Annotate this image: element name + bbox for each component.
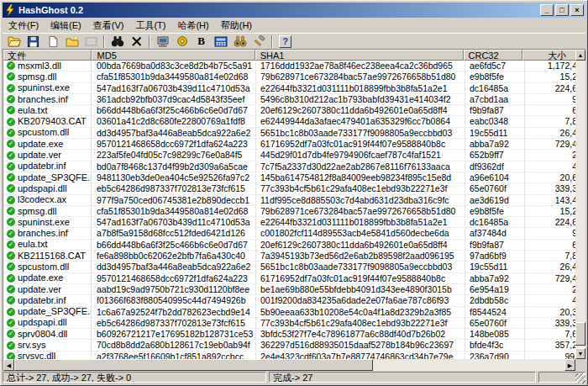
table-row[interactable]: ✓ spmsg.dll cfa51f85301b9da3449580a814e0…	[3, 71, 585, 82]
size-value: 2	[525, 284, 578, 295]
size-value: 7,8	[525, 251, 578, 262]
table-row[interactable]: ✓ branches.inf a7b8f5a9158d68fcc512fded6…	[3, 228, 585, 239]
file-name: updspapi.dll	[18, 318, 67, 329]
size-value: 9	[525, 94, 578, 105]
size-value: 4	[525, 295, 578, 306]
size-value: 15,2	[525, 206, 578, 217]
table-row[interactable]: ✓ updspapi.dll eb5c64286d987337f702813e7…	[3, 318, 585, 329]
table-row[interactable]: ✓ update.exe 9570121468658dcc6972f1dfa62…	[3, 139, 585, 150]
table-header: 文件 MD5 SHA1 CRC32 大小	[3, 50, 585, 61]
table-row[interactable]: ✓ KB2115168.CAT fe6a898bb0c62062e2bfb7fa…	[3, 251, 585, 262]
table-row[interactable]: ✓ branches.inf 361adcb92bfb037d9cac4d584…	[3, 94, 585, 105]
sha1-value: 2e4e4323cdf603a7b7e88774746863cd34b7e79e	[256, 352, 465, 359]
menu-tools[interactable]: 工具(T)	[129, 18, 171, 34]
md5-value: eb5c64286d987337f702813e73fcf615	[92, 183, 256, 194]
table-row[interactable]: ✓ spcustom.dll dd3d4957baf3a446a8eab5dca…	[3, 262, 585, 272]
help-button[interactable]: ?	[276, 34, 295, 49]
vertical-scroll-thumb[interactable]	[575, 322, 585, 346]
hash-panel-button[interactable]	[211, 34, 230, 49]
table-row[interactable]: ✓ sprv0804.dll b60926721217e17695182b128…	[3, 329, 585, 340]
table-row[interactable]: ✓ update.exe 9570121468658dcc6972f1dfa62…	[3, 273, 585, 284]
crc32-value: f9b9fa87	[465, 105, 525, 116]
table-row[interactable]: ✓ updspapi.dll eb5c64286d987337f702813e7…	[3, 183, 585, 194]
menubar: 文件(F) 编辑(E) 查看(V) 工具(T) 哈希(H) 帮助(H)	[3, 18, 585, 33]
table-row[interactable]: ✓ msxml3.dll 00bda7669ba0d83c3ce8d2b4b75…	[3, 61, 585, 71]
computer-button[interactable]	[153, 34, 172, 49]
file-name: updatebr.inf	[18, 295, 66, 306]
column-header-sha1[interactable]: SHA1	[255, 50, 464, 61]
sha1-value: 7c7f5a2337d30d22ae2ab2867e8116f76133aaca	[256, 161, 465, 172]
sha1-value: c001802fcf114d89553acb4e5841d560decbe6da	[256, 228, 465, 239]
sha1-value: 362297d516d88935015daaf5278b184b96c23697	[256, 340, 465, 351]
menu-view[interactable]: 查看(V)	[87, 18, 130, 34]
menu-help[interactable]: 帮助(H)	[215, 18, 258, 34]
find-button[interactable]	[108, 34, 127, 49]
disc-button[interactable]	[172, 34, 192, 49]
save-button[interactable]	[24, 34, 43, 49]
statusbar: 总计-> 27, 成功-> 27, 失败-> 0 完成-> 27	[3, 371, 585, 383]
table-row[interactable]: ✓ spmsg.dll cfa51f85301b9da3449580a814e0…	[3, 206, 585, 217]
scroll-up-button[interactable]: ▲	[575, 50, 585, 61]
sha1-value: 5651bc1c8b03aade733177f9098805a9eccbbd03	[256, 262, 465, 272]
column-header-md5[interactable]: MD5	[92, 50, 255, 61]
tools-button[interactable]	[249, 34, 269, 49]
scroll-right-button[interactable]: ▶	[564, 359, 575, 371]
file-name: spmsg.dll	[18, 71, 56, 82]
sha1-value: e62449944da3afaec479401a635329f6cc7b0864	[256, 116, 465, 127]
window-title: HashGhost 0.2	[18, 5, 538, 15]
crc32-value: 148be085	[465, 329, 525, 340]
horizontal-scroll-thumb[interactable]	[14, 359, 373, 371]
table-row[interactable]: ✓ srv.sys 70cd8b8dd2a680b128617c19eb0ab9…	[3, 340, 585, 351]
new-file-button[interactable]	[43, 34, 62, 49]
table-row[interactable]: ✓ KB2079403.CAT 03601a41c2d8c680fe228007…	[3, 116, 585, 127]
minimize-button[interactable]: _	[540, 4, 554, 16]
column-header-crc32[interactable]: CRC32	[464, 50, 523, 61]
compare-button[interactable]	[230, 34, 249, 49]
status-ok-icon: ✓	[7, 218, 15, 226]
table-row[interactable]: ✓ updatebr.inf f01366f683f880540995c44d7…	[3, 295, 585, 306]
menu-edit[interactable]: 编辑(E)	[45, 18, 87, 34]
table-row[interactable]: ✓ srvsvc.dll a2f3768ee5f16609b1cf851a892…	[3, 352, 585, 359]
status-ok-icon: ✓	[7, 251, 15, 260]
table-row[interactable]: ✓ update_SP3QFE.inf 9481130eb3de0ea404c5…	[3, 172, 585, 183]
table-row[interactable]: ✓ eula.txt b66dd448b6a6f3f25c466b6c6e0d7…	[3, 240, 585, 251]
table-row[interactable]: ✓ update.ver aabd19c9ad9750b721c930d1120…	[3, 284, 585, 295]
table-row[interactable]: ✓ spcustom.dll dd3d4957baf3a446a8eab5dca…	[3, 128, 585, 139]
new-folder-button[interactable]	[62, 34, 81, 49]
vertical-scrollbar[interactable]: ▲ ▼	[575, 50, 585, 359]
size-value: 224,6	[525, 217, 578, 228]
table-row[interactable]: ✓ update.ver 223af5fe04fd05c7c98299c76e0…	[3, 150, 585, 161]
file-name: update.exe	[18, 139, 63, 150]
crc32-value: df9362df	[465, 161, 525, 172]
status-ok-icon: ✓	[7, 162, 15, 171]
scroll-down-button[interactable]: ▼	[575, 348, 585, 359]
hashghost-window: HashGhost 0.2 _ □ × 文件(F) 编辑(E) 查看(V) 工具…	[0, 0, 588, 386]
resize-grip[interactable]	[575, 373, 585, 383]
bold-b-button[interactable]: B	[192, 34, 211, 49]
table-row[interactable]: ✓ spuninst.exe 547ad163f7a06703b439d11c4…	[3, 83, 585, 94]
open-file-button[interactable]	[4, 34, 24, 49]
md5-value: b60926721217e17695182b128731ce53	[92, 329, 256, 340]
menu-file[interactable]: 文件(F)	[3, 18, 45, 34]
toolbar: B	[3, 33, 585, 49]
report-icon	[85, 36, 97, 47]
table-row[interactable]: ✓ update_SP3QFE.inf 1c6a67a92524f7b2dd78…	[3, 307, 585, 318]
scroll-left-button[interactable]: ◀	[3, 359, 14, 371]
column-header-file[interactable]: 文件	[3, 50, 92, 61]
table-row[interactable]: ✓ l3codecx.ax 977f9a750ced06745381e2b890…	[3, 195, 585, 206]
table-row[interactable]: ✓ updatebr.inf bd0a7f8468c137d4f99b2d309…	[3, 161, 585, 172]
menu-hash[interactable]: 哈希(H)	[171, 18, 214, 34]
close-button[interactable]: ×	[570, 4, 584, 16]
crc32-value: dc16485a	[465, 217, 525, 228]
delete-button[interactable]	[127, 34, 146, 49]
horizontal-scrollbar[interactable]: ◀ ▶	[3, 359, 575, 371]
maximize-button[interactable]: □	[555, 4, 569, 16]
status-totals: 总计-> 27, 成功-> 27, 失败-> 0	[3, 372, 266, 383]
table-row[interactable]: ✓ spuninst.exe 547ad163f7a06703b439d11c4…	[3, 217, 585, 228]
size-value: 7,6	[525, 329, 578, 340]
titlebar[interactable]: HashGhost 0.2 _ □ ×	[3, 3, 585, 18]
toolbar-separator	[271, 35, 273, 48]
file-name: update_SP3QFE.inf	[18, 307, 92, 318]
table-row[interactable]: ✓ eula.txt b66dd448b6a6f3f25c466b6c6e0d7…	[3, 105, 585, 116]
sha1-value: 77c393b4cf5b61c29afa408ec1ebd93b22271e3f	[256, 318, 465, 329]
